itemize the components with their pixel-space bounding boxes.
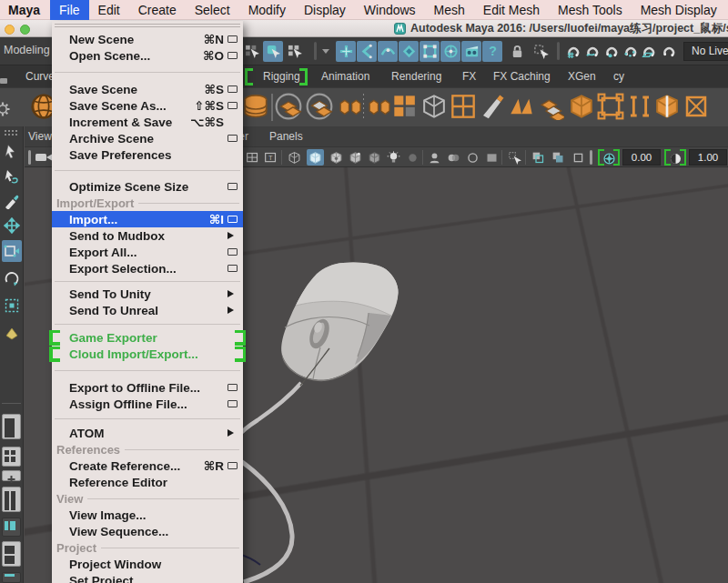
active-tool-button[interactable] <box>2 240 22 262</box>
select-component-icon[interactable] <box>285 41 305 62</box>
wire-cube-icon[interactable] <box>420 93 450 122</box>
menu-item-reference-editor[interactable]: Reference Editor <box>52 474 243 490</box>
snap-diamond-icon[interactable] <box>399 41 419 62</box>
menu-item-save-scene-as[interactable]: Save Scene As...⇧⌘S <box>52 97 243 114</box>
layout-button-two-pane-layout[interactable] <box>2 487 21 512</box>
menu-item-export-selection[interactable]: Export Selection... <box>52 260 243 276</box>
make-live-magnet-icon[interactable] <box>659 41 677 62</box>
option-box[interactable] <box>228 135 238 142</box>
isolate-cursor-icon[interactable] <box>506 149 523 166</box>
select-tool-button[interactable] <box>2 141 22 163</box>
menu-item-export-to-offline-file[interactable]: Export to Offline File... <box>52 379 243 396</box>
option-box[interactable] <box>228 35 238 43</box>
menubar-item-mesh-display[interactable]: Mesh Display <box>632 0 726 20</box>
menu-tearoff[interactable] <box>52 21 243 31</box>
menu-item-archive-scene[interactable]: Archive Scene <box>52 130 243 146</box>
panel-menu-view[interactable]: View <box>28 126 52 146</box>
shelf-tab-cy[interactable]: cy <box>608 65 630 88</box>
layout-button-outliner-pane-layout[interactable] <box>2 518 21 537</box>
menu-set-selector[interactable]: Modeling <box>4 44 50 56</box>
menu-item-atom[interactable]: ATOM <box>52 425 243 441</box>
circle-outline-icon[interactable] <box>464 149 481 166</box>
menubar-item-mesh[interactable]: Mesh <box>425 0 474 20</box>
shelf-tab-animation[interactable]: Animation <box>316 65 375 88</box>
snap-center-magnet-icon[interactable] <box>621 41 639 62</box>
fill-hole-icon[interactable] <box>391 93 420 122</box>
shelf-tab-fx-caching[interactable]: FX Caching <box>488 65 556 88</box>
shelf-tab-xgen[interactable]: XGen <box>562 65 602 88</box>
menu-item-save-preferences[interactable]: Save Preferences <box>52 146 243 163</box>
menubar-item-edit-mesh[interactable]: Edit Mesh <box>474 0 549 20</box>
lasso-tool-button[interactable] <box>2 166 22 187</box>
snap-cross-icon[interactable] <box>336 41 356 62</box>
option-box[interactable] <box>228 248 238 256</box>
poly-cube-icon[interactable] <box>568 93 597 122</box>
frame-x-icon[interactable] <box>682 93 712 122</box>
film-gate-icon[interactable]: T <box>262 149 279 166</box>
layout-button-single-pane-layout[interactable] <box>2 414 21 439</box>
option-box[interactable] <box>228 384 238 391</box>
option-box[interactable] <box>228 52 238 59</box>
statusline-collapser[interactable] <box>314 42 317 60</box>
menu-item-view-image[interactable]: View Image... <box>52 507 243 523</box>
menubar-item-windows[interactable]: Windows <box>355 0 425 20</box>
render-clapper-icon[interactable] <box>461 41 481 62</box>
split-cube-icon[interactable] <box>653 93 682 122</box>
menu-item-new-scene[interactable]: New Scene⌘N <box>52 31 243 47</box>
zoom-button[interactable] <box>20 25 30 35</box>
move-tool-button[interactable] <box>2 215 22 236</box>
gamma-icon[interactable] <box>667 150 684 166</box>
minimize-button[interactable] <box>5 25 15 35</box>
shelf-tab-rigging[interactable]: Rigging <box>258 65 306 88</box>
snap-curve-icon[interactable] <box>378 41 398 62</box>
layout-button-hypergraph-pane-layout[interactable] <box>2 572 21 583</box>
menu-item-set-project[interactable]: Set Project... <box>52 572 243 583</box>
shelf-tab-rendering[interactable]: Rendering <box>386 65 447 88</box>
mirror-planes-icon[interactable] <box>537 93 566 122</box>
grid-quads-icon[interactable] <box>450 93 479 122</box>
snap-frame-icon[interactable] <box>420 41 440 62</box>
menu-item-export-all[interactable]: Export All... <box>52 244 243 260</box>
menu-item-import[interactable]: Import...⌘I <box>52 211 243 227</box>
rotate-tool-button[interactable] <box>2 268 22 290</box>
shelf-gear-icon[interactable] <box>0 101 11 117</box>
option-box[interactable] <box>228 183 238 190</box>
separate-icon[interactable] <box>306 93 335 122</box>
option-box[interactable] <box>228 265 238 272</box>
menubar-item-maya[interactable]: Maya <box>0 0 50 20</box>
menu-item-assign-offline-file[interactable]: Assign Offline File... <box>52 396 243 412</box>
scale-tool-button[interactable] <box>2 295 22 317</box>
combine-icon[interactable] <box>275 93 304 122</box>
shelf-tab-fx[interactable]: FX <box>457 65 481 88</box>
bridge-icon[interactable] <box>626 93 655 122</box>
menubar-item-select[interactable]: Select <box>186 0 239 20</box>
paint-select-tool-button[interactable] <box>2 190 22 212</box>
snap-point-magnet-icon[interactable] <box>602 41 620 62</box>
layout-button-four-pane-layout[interactable] <box>2 447 21 467</box>
wire-cube-icon[interactable] <box>286 149 303 166</box>
menu-item-send-to-mudbox[interactable]: Send to Mudbox <box>52 227 243 244</box>
layer-a-icon[interactable] <box>530 149 547 166</box>
dim-light-icon[interactable] <box>404 149 421 166</box>
option-box[interactable] <box>228 400 238 407</box>
select-hierarchy-icon[interactable] <box>242 41 262 62</box>
snap-meshball-icon[interactable] <box>440 41 460 62</box>
plate-icon[interactable] <box>483 149 500 166</box>
shadow-cube-icon[interactable] <box>366 149 383 166</box>
menubar-item-modify[interactable]: Modify <box>239 0 295 20</box>
shaded-cube-icon[interactable] <box>307 149 324 166</box>
menubar-item-edit[interactable]: Edit <box>89 0 129 20</box>
snap-grid-magnet-icon[interactable] <box>563 41 581 62</box>
iconbar-handle[interactable] <box>28 150 31 165</box>
menubar-item-create[interactable]: Create <box>129 0 186 20</box>
menu-item-send-to-unity[interactable]: Send To Unity <box>52 286 243 302</box>
menu-item-increment-save[interactable]: Increment & Save⌥⌘S <box>52 114 243 130</box>
chevron-down-icon[interactable] <box>322 49 329 54</box>
menu-item-create-reference[interactable]: Create Reference...⌘R <box>52 457 243 474</box>
layer-b-icon[interactable] <box>550 149 567 166</box>
pick-cursor-icon[interactable] <box>531 41 551 62</box>
textured-cube-icon[interactable] <box>328 149 345 166</box>
small-plate-icon[interactable] <box>570 149 587 166</box>
gamma-field[interactable]: 1.00 <box>689 149 727 166</box>
last-tool-button[interactable] <box>2 322 22 344</box>
